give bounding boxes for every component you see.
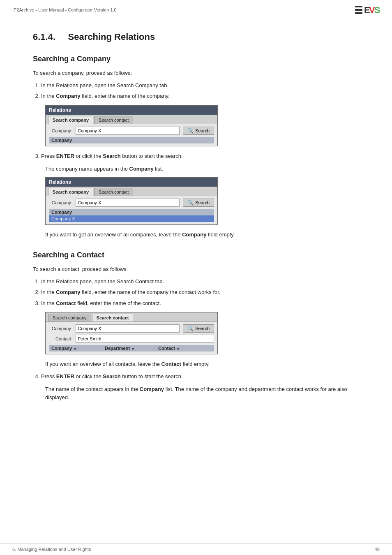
contact-subtitle: Searching a Contact [33, 251, 367, 259]
footer-left: 6. Managing Relations and User Rights [12, 547, 91, 552]
section-number: 6.1.4. [33, 32, 55, 42]
col-company: Company ▲ [51, 346, 105, 351]
contact-result-text: The name of the contact appears in the C… [45, 385, 367, 401]
contact-col-headers: Company ▲ Department ▲ Contact ▲ [49, 345, 214, 352]
company-input-2[interactable] [76, 199, 180, 207]
relations-widget-1-container: Relations Search company Search contact … [45, 105, 367, 146]
contact-widget-body: Company : 🔍 Search Contact : Company [46, 322, 217, 354]
company-label-1: Company : [49, 128, 76, 133]
contact-step-2: In the Company field, enter the name of … [41, 288, 367, 296]
search-button-3[interactable]: 🔍 Search [183, 324, 214, 333]
col-contact: Contact ▲ [158, 346, 212, 351]
relations-widget-1: Relations Search company Search contact … [45, 105, 218, 146]
sort-arrow-company: ▲ [73, 346, 77, 350]
contact-tip: If you want an overview of all contacts,… [45, 360, 367, 368]
contact-intro: To search a contact, proceed as follows: [33, 265, 367, 273]
company-result-text: The company name appears in the Company … [45, 165, 367, 173]
company-field-row-1: Company : 🔍 Search [49, 127, 214, 135]
document-title: IP2Archive - User Manual - Configurator … [12, 7, 117, 12]
evs-logo-icon: E V S [355, 4, 380, 16]
search-button-1[interactable]: 🔍 Search [183, 127, 214, 135]
svg-rect-2 [355, 12, 362, 14]
section-heading: Searching Relations [68, 32, 155, 42]
tab-search-company-1[interactable]: Search company [48, 116, 93, 124]
company-step-3: Press ENTER or click the Search button t… [41, 152, 367, 160]
results-row-2[interactable]: Company X [49, 215, 214, 222]
results-header-1: Company [49, 137, 214, 143]
relations-widget-2-body: Company : 🔍 Search Company Company X [46, 196, 217, 224]
contact-widget-tabs: Search company Search contact [46, 312, 217, 322]
contact-step-4: Press ENTER or click the Search button t… [41, 372, 367, 381]
relations-widget-1-header: Relations [46, 106, 217, 115]
sort-arrow-department: ▲ [131, 346, 135, 350]
relations-widget-1-body: Company : 🔍 Search Company [46, 124, 217, 146]
contact-step-3: In the Contact field, enter the name of … [41, 299, 367, 308]
contact-input[interactable] [76, 335, 214, 343]
contact-step4-list: Press ENTER or click the Search button t… [41, 372, 367, 381]
relations-widget-2-container: Relations Search company Search contact … [45, 177, 367, 225]
results-header-2: Company [49, 209, 214, 215]
tab-search-company-2[interactable]: Search company [48, 188, 93, 196]
section-title: 6.1.4. Searching Relations [33, 32, 367, 45]
svg-text:S: S [374, 5, 380, 15]
col-department: Department ▲ [105, 346, 158, 351]
company-label-2: Company : [49, 200, 76, 205]
svg-rect-1 [355, 9, 362, 11]
relations-widget-2-header: Relations [46, 178, 217, 187]
relations-widget-2: Relations Search company Search contact … [45, 177, 218, 225]
search-icon-1: 🔍 [187, 128, 194, 134]
company-field-row-2: Company : 🔍 Search [49, 199, 214, 207]
svg-rect-0 [355, 6, 362, 7]
contact-field-row: Contact : [49, 335, 214, 343]
logo: E V S [355, 4, 380, 16]
footer-right: 49 [375, 547, 380, 552]
company-step3-list: Press ENTER or click the Search button t… [41, 152, 367, 160]
main-content: 6.1.4. Searching Relations Searching a C… [0, 19, 392, 430]
company-steps-list: In the Relations pane, open the Search C… [41, 81, 367, 100]
contact-widget-container: Search company Search contact Company : … [45, 312, 367, 354]
company-input-1[interactable] [76, 127, 180, 135]
relations-widget-1-tabs: Search company Search contact [46, 115, 217, 124]
company-subtitle: Searching a Company [33, 55, 367, 63]
company-step-1: In the Relations pane, open the Search C… [41, 81, 367, 90]
relations-widget-2-tabs: Search company Search contact [46, 187, 217, 196]
tab-search-contact-2[interactable]: Search contact [94, 188, 133, 196]
contact-steps-list: In the Relations pane, open the Search C… [41, 278, 367, 308]
contact-widget: Search company Search contact Company : … [45, 312, 218, 354]
contact-label: Contact : [49, 336, 76, 341]
contact-company-label: Company : [49, 326, 76, 331]
sort-arrow-contact: ▲ [176, 346, 180, 350]
contact-company-input[interactable] [76, 324, 180, 333]
company-tip: If you want to get an overview of all co… [45, 231, 367, 239]
search-icon-3: 🔍 [187, 326, 194, 331]
contact-company-field-row: Company : 🔍 Search [49, 324, 214, 333]
page-footer: 6. Managing Relations and User Rights 49 [0, 543, 392, 555]
company-step-2: In the Company field, enter the name of … [41, 92, 367, 100]
company-intro: To search a company, proceed as follows: [33, 69, 367, 77]
tab-search-company-3[interactable]: Search company [48, 314, 91, 321]
search-button-2[interactable]: 🔍 Search [183, 199, 214, 207]
tab-search-contact-3[interactable]: Search contact [92, 314, 134, 321]
search-icon-2: 🔍 [187, 200, 194, 206]
contact-section: Searching a Contact To search a contact,… [33, 251, 367, 401]
contact-step-1: In the Relations pane, open the Search C… [41, 278, 367, 286]
tab-search-contact-1[interactable]: Search contact [94, 116, 133, 124]
page-header: IP2Archive - User Manual - Configurator … [0, 0, 392, 19]
